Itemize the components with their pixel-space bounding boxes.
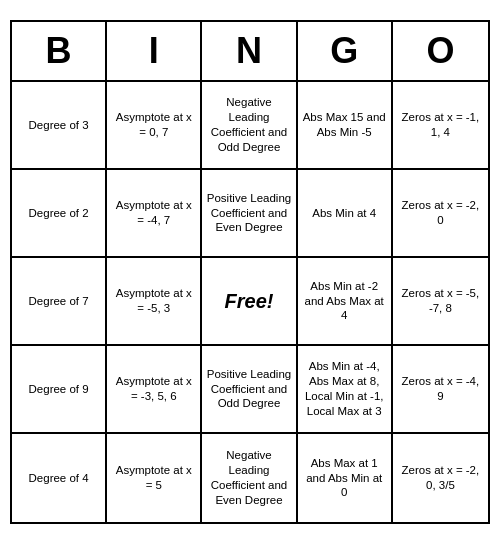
bingo-cell-17: Positive Leading Coefficient and Odd Deg… <box>202 346 297 434</box>
bingo-cell-2: Negative Leading Coefficient and Odd Deg… <box>202 82 297 170</box>
bingo-cell-14: Zeros at x = -5, -7, 8 <box>393 258 488 346</box>
bingo-cell-4: Zeros at x = -1, 1, 4 <box>393 82 488 170</box>
bingo-cell-3: Abs Max 15 and Abs Min -5 <box>298 82 393 170</box>
bingo-cell-23: Abs Max at 1 and Abs Min at 0 <box>298 434 393 522</box>
bingo-header: BINGO <box>12 22 488 82</box>
bingo-grid: Degree of 3Asymptote at x = 0, 7Negative… <box>12 82 488 522</box>
header-letter-g: G <box>298 22 393 80</box>
bingo-cell-6: Asymptote at x = -4, 7 <box>107 170 202 258</box>
bingo-cell-0: Degree of 3 <box>12 82 107 170</box>
free-cell: Free! <box>202 258 297 346</box>
header-letter-b: B <box>12 22 107 80</box>
header-letter-n: N <box>202 22 297 80</box>
bingo-cell-13: Abs Min at -2 and Abs Max at 4 <box>298 258 393 346</box>
bingo-cell-22: Negative Leading Coefficient and Even De… <box>202 434 297 522</box>
bingo-cell-24: Zeros at x = -2, 0, 3/5 <box>393 434 488 522</box>
bingo-cell-21: Asymptote at x = 5 <box>107 434 202 522</box>
bingo-cell-1: Asymptote at x = 0, 7 <box>107 82 202 170</box>
bingo-cell-20: Degree of 4 <box>12 434 107 522</box>
bingo-card: BINGO Degree of 3Asymptote at x = 0, 7Ne… <box>10 20 490 524</box>
bingo-cell-7: Positive Leading Coefficient and Even De… <box>202 170 297 258</box>
bingo-cell-9: Zeros at x = -2, 0 <box>393 170 488 258</box>
header-letter-i: I <box>107 22 202 80</box>
bingo-cell-8: Abs Min at 4 <box>298 170 393 258</box>
bingo-cell-18: Abs Min at -4, Abs Max at 8, Local Min a… <box>298 346 393 434</box>
bingo-cell-15: Degree of 9 <box>12 346 107 434</box>
bingo-cell-16: Asymptote at x = -3, 5, 6 <box>107 346 202 434</box>
bingo-cell-11: Asymptote at x = -5, 3 <box>107 258 202 346</box>
header-letter-o: O <box>393 22 488 80</box>
bingo-cell-5: Degree of 2 <box>12 170 107 258</box>
bingo-cell-10: Degree of 7 <box>12 258 107 346</box>
bingo-cell-19: Zeros at x = -4, 9 <box>393 346 488 434</box>
